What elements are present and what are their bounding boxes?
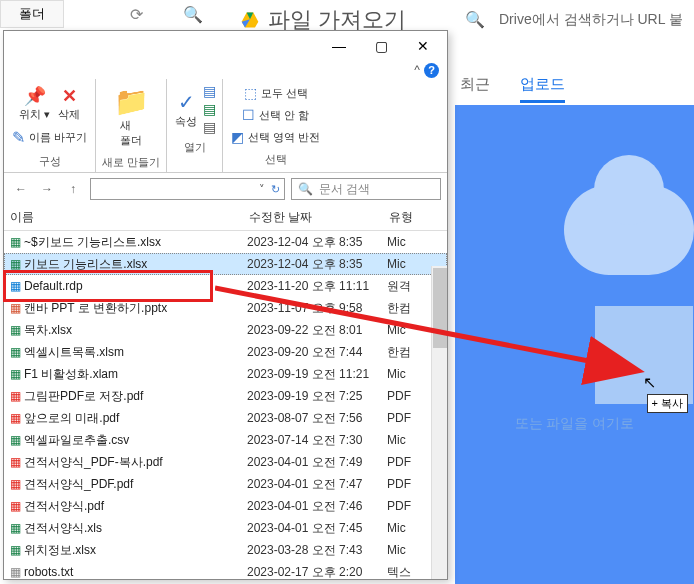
file-type: Mic — [387, 521, 435, 535]
file-type: PDF — [387, 499, 435, 513]
file-name: robots.txt — [24, 565, 247, 579]
file-name: 목차.xlsx — [24, 322, 247, 339]
copy-badge: + 복사 — [647, 394, 688, 413]
select-none-button[interactable]: ☐ 선택 안 함 — [240, 105, 311, 125]
cloud-icon — [564, 185, 694, 275]
file-name: 캔바 PPT 로 변환하기.pptx — [24, 300, 247, 317]
file-row[interactable]: ▦키보드 기능리스트.xlsx2023-12-04 오후 8:35Mic — [4, 253, 447, 275]
file-list[interactable]: ▦~$키보드 기능리스트.xlsx2023-12-04 오후 8:35Mic▦키… — [4, 231, 447, 579]
app-icon-1[interactable]: ▤ — [203, 83, 216, 99]
nav-back-button[interactable]: ← — [10, 178, 32, 200]
group-open-label: 열기 — [184, 140, 206, 155]
file-date: 2023-12-04 오후 8:35 — [247, 234, 387, 251]
file-row[interactable]: ▦그림판PDF로 저장.pdf2023-09-19 오전 7:25PDF — [4, 385, 447, 407]
move-to-button[interactable]: 📌 위치 ▾ — [17, 83, 52, 124]
refresh-icon[interactable]: ↻ — [271, 183, 280, 196]
upload-dropzone[interactable]: ↖ + 복사 또는 파일을 여기로 — [455, 105, 694, 584]
address-field[interactable]: ˅ ↻ — [90, 178, 285, 200]
file-type-icon: ▦ — [6, 323, 24, 337]
invert-selection-button[interactable]: ◩ 선택 영역 반전 — [229, 127, 322, 147]
file-row[interactable]: ▦엑셀파일로추출.csv2023-07-14 오전 7:30Mic — [4, 429, 447, 451]
app-icon-2[interactable]: ▤ — [203, 101, 216, 117]
file-type: PDF — [387, 477, 435, 491]
file-name: 앞으로의 미래.pdf — [24, 410, 247, 427]
file-row[interactable]: ▦견적서양식.xls2023-04-01 오전 7:45Mic — [4, 517, 447, 539]
explorer-search-placeholder: 문서 검색 — [319, 181, 370, 198]
drop-hint-text: 또는 파일을 여기로 — [455, 415, 694, 433]
tab-upload[interactable]: 업로드 — [520, 75, 565, 103]
file-type: Mic — [387, 323, 435, 337]
group-new-label: 새로 만들기 — [102, 155, 160, 170]
file-type-icon: ▦ — [6, 455, 24, 469]
properties-button[interactable]: ✓ 속성 — [173, 88, 199, 131]
folder-icon: 📁 — [114, 85, 149, 118]
file-type: PDF — [387, 389, 435, 403]
file-date: 2023-07-14 오전 7:30 — [247, 432, 387, 449]
file-row[interactable]: ▦앞으로의 미래.pdf2023-08-07 오전 7:56PDF — [4, 407, 447, 429]
file-row[interactable]: ▦F1 비활성화.xlam2023-09-19 오전 11:21Mic — [4, 363, 447, 385]
group-select-label: 선택 — [265, 152, 287, 167]
file-type-icon: ▦ — [6, 521, 24, 535]
address-bar: ← → ↑ ˅ ↻ 🔍 문서 검색 — [4, 173, 447, 205]
maximize-button[interactable]: ▢ — [361, 33, 401, 59]
file-type: 한컴 — [387, 344, 435, 361]
ribbon-collapse-icon[interactable]: ^ — [414, 63, 420, 77]
file-name: 위치정보.xlsx — [24, 542, 247, 559]
file-name: 견적서양식.pdf — [24, 498, 247, 515]
file-date: 2023-04-01 오전 7:49 — [247, 454, 387, 471]
group-organize-label: 구성 — [39, 154, 61, 169]
delete-icon: ✕ — [62, 85, 77, 107]
help-icon[interactable]: ? — [424, 63, 439, 78]
file-row[interactable]: ▦Default.rdp2023-11-20 오후 11:11원격 — [4, 275, 447, 297]
file-type-icon: ▦ — [6, 565, 24, 579]
file-row[interactable]: ▦견적서양식.pdf2023-04-01 오전 7:46PDF — [4, 495, 447, 517]
cursor-icon: ↖ — [643, 373, 656, 392]
file-name: 엑셀시트목록.xlsm — [24, 344, 247, 361]
addr-dropdown-icon[interactable]: ˅ — [259, 183, 265, 196]
column-name-header[interactable]: 이름 — [4, 209, 249, 226]
file-type: 한컴 — [387, 300, 435, 317]
nav-forward-button[interactable]: → — [36, 178, 58, 200]
file-date: 2023-09-19 오전 7:25 — [247, 388, 387, 405]
scrollbar-thumb[interactable] — [433, 268, 447, 348]
file-row[interactable]: ▦견적서양식_PDF.pdf2023-04-01 오전 7:47PDF — [4, 473, 447, 495]
check-icon: ✓ — [178, 90, 195, 114]
file-row[interactable]: ▦캔바 PPT 로 변환하기.pptx2023-11-07 오후 9:58한컴 — [4, 297, 447, 319]
file-date: 2023-08-07 오전 7:56 — [247, 410, 387, 427]
select-none-icon: ☐ — [242, 107, 255, 123]
file-date: 2023-12-04 오후 8:35 — [247, 256, 387, 273]
file-name: 그림판PDF로 저장.pdf — [24, 388, 247, 405]
file-row[interactable]: ▦견적서양식_PDF-복사.pdf2023-04-01 오전 7:49PDF — [4, 451, 447, 473]
app-icon-3[interactable]: ▤ — [203, 119, 216, 135]
new-folder-button[interactable]: 📁 새 폴더 — [112, 83, 151, 150]
column-type-header[interactable]: 유형 — [389, 209, 437, 226]
browser-tab[interactable]: 폴더 — [0, 0, 64, 28]
file-type: Mic — [387, 543, 435, 557]
file-type-icon: ▦ — [6, 367, 24, 381]
rename-button[interactable]: ✎ 이름 바꾸기 — [10, 126, 89, 149]
delete-button[interactable]: ✕ 삭제 — [56, 83, 82, 124]
file-date: 2023-04-01 오전 7:46 — [247, 498, 387, 515]
rename-icon: ✎ — [12, 128, 25, 147]
file-row[interactable]: ▦목차.xlsx2023-09-22 오전 8:01Mic — [4, 319, 447, 341]
search-placeholder: Drive에서 검색하거나 URL 붙 — [499, 11, 683, 29]
file-explorer-window: ― ▢ ✕ ^ ? 📌 위치 ▾ ✕ 삭제 ✎ 이름 바꾸기 구성 — [3, 30, 448, 580]
file-date: 2023-09-20 오전 7:44 — [247, 344, 387, 361]
file-type-icon: ▦ — [6, 477, 24, 491]
explorer-search-field[interactable]: 🔍 문서 검색 — [291, 178, 441, 200]
file-date: 2023-02-17 오후 2:20 — [247, 564, 387, 580]
file-row[interactable]: ▦엑셀시트목록.xlsm2023-09-20 오전 7:44한컴 — [4, 341, 447, 363]
scrollbar[interactable] — [431, 266, 447, 579]
minimize-button[interactable]: ― — [319, 33, 359, 59]
drive-search[interactable]: 🔍 Drive에서 검색하거나 URL 붙 — [465, 10, 683, 29]
file-row[interactable]: ▦~$키보드 기능리스트.xlsx2023-12-04 오후 8:35Mic — [4, 231, 447, 253]
nav-up-button[interactable]: ↑ — [62, 178, 84, 200]
select-all-button[interactable]: ⬚ 모두 선택 — [242, 83, 310, 103]
close-button[interactable]: ✕ — [403, 33, 443, 59]
file-row[interactable]: ▦robots.txt2023-02-17 오후 2:20텍스 — [4, 561, 447, 579]
column-date-header[interactable]: 수정한 날짜 — [249, 209, 389, 226]
file-date: 2023-03-28 오전 7:43 — [247, 542, 387, 559]
tab-recent[interactable]: 최근 — [460, 75, 490, 103]
file-type: Mic — [387, 367, 435, 381]
file-row[interactable]: ▦위치정보.xlsx2023-03-28 오전 7:43Mic — [4, 539, 447, 561]
